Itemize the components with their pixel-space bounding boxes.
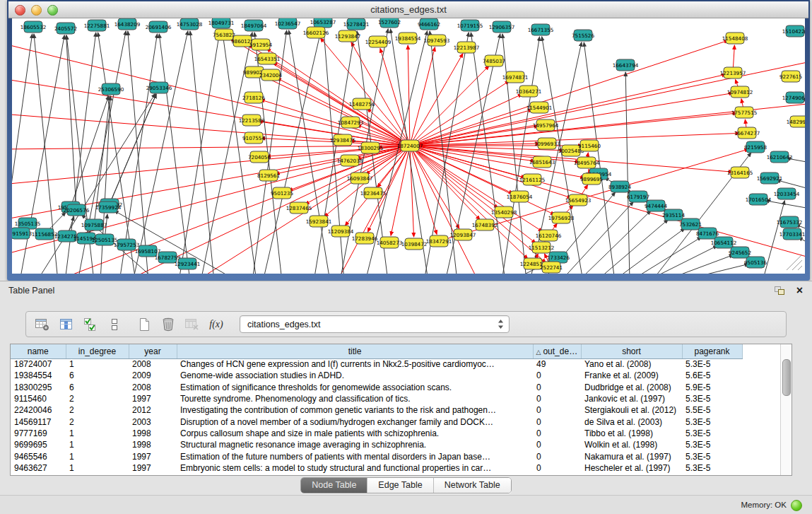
graph-node[interactable]: 9474444 <box>645 200 667 211</box>
graph-edge[interactable] <box>410 54 463 146</box>
close-panel-icon[interactable]: × <box>796 283 803 298</box>
table-cell[interactable]: 5.3E-5 <box>682 358 742 370</box>
graph-node[interactable]: 9107554 <box>242 132 265 144</box>
graph-edge[interactable] <box>110 94 156 204</box>
resize-grip-icon[interactable] <box>787 255 802 270</box>
table-cell[interactable]: 1 <box>66 439 129 450</box>
graph-node[interactable]: 16851643 <box>529 156 555 168</box>
graph-node[interactable]: 2718126 <box>242 92 265 103</box>
table-cell[interactable]: 0 <box>533 370 581 381</box>
graph-node[interactable]: 16120746 <box>536 230 562 241</box>
table-cell[interactable]: 6 <box>66 370 129 381</box>
delete-column-icon[interactable] <box>159 315 177 334</box>
graph-edge[interactable] <box>159 34 190 274</box>
table-cell[interactable]: 1997 <box>129 393 177 404</box>
graph-edge[interactable] <box>662 255 734 274</box>
graph-node[interactable]: 7532621 <box>679 218 702 230</box>
graph-edge[interactable] <box>613 228 685 274</box>
table-cell[interactable]: Estimation of the future numbers of pati… <box>177 450 533 462</box>
table-row[interactable]: 2242004622012Investigating the contribut… <box>11 404 742 416</box>
graph-node[interactable]: 18049731 <box>208 18 235 28</box>
table-cell[interactable]: Jankovic et al. (1997) <box>581 393 682 404</box>
graph-node[interactable]: 1527602 <box>378 18 401 28</box>
table-cell[interactable]: 2012 <box>129 404 177 416</box>
table-cell[interactable]: 5.3E-5 <box>682 416 742 427</box>
table-cell[interactable]: 0 <box>533 393 581 404</box>
table-cell[interactable]: 1998 <box>129 439 177 450</box>
graph-node[interactable]: 13540298 <box>491 206 517 218</box>
graph-node[interactable]: 12213987 <box>454 42 480 53</box>
graph-node[interactable]: 12923441 <box>175 258 201 269</box>
table-cell[interactable]: Changes of HCN gene expression and I(f) … <box>177 358 533 370</box>
table-row[interactable]: 977716911998Corpus callosum shape and si… <box>11 428 742 439</box>
graph-node[interactable]: 17577515 <box>731 107 758 118</box>
graph-node[interactable]: 14957964 <box>533 119 559 131</box>
graph-node[interactable]: 14762038 <box>337 155 363 166</box>
table-cell[interactable]: Estimation of significance thresholds fo… <box>177 382 533 393</box>
row-height-icon[interactable] <box>105 315 124 334</box>
table-cell[interactable]: Corpus callosum shape and size in male p… <box>177 428 533 439</box>
table-cell[interactable]: 5.9E-5 <box>682 382 742 393</box>
graph-node[interactable]: 20206576 <box>64 204 90 216</box>
graph-node[interactable]: 19756928 <box>548 212 575 223</box>
graph-node[interactable]: 3915913 <box>12 228 32 239</box>
graph-edge[interactable] <box>625 72 630 274</box>
graph-node[interactable]: 17016504 <box>746 194 772 205</box>
column-header-name[interactable]: name <box>11 344 66 358</box>
table-cell[interactable]: 18724007 <box>11 358 66 370</box>
table-cell[interactable]: Tourette syndrome. Phenomenology and cla… <box>177 393 533 404</box>
graph-node[interactable]: 10974593 <box>424 35 450 46</box>
graph-edge[interactable] <box>410 47 435 146</box>
table-cell[interactable]: 9699695 <box>11 439 66 450</box>
tab-edge-table[interactable]: Edge Table <box>367 478 433 493</box>
graph-node[interactable]: 11209384 <box>328 226 354 237</box>
graph-node[interactable]: 2522741 <box>540 262 563 273</box>
graph-node[interactable]: 25306590 <box>98 83 124 95</box>
graph-node[interactable]: 14829955 <box>787 116 805 127</box>
table-cell[interactable]: 2 <box>66 393 129 404</box>
graph-node[interactable]: 17283946 <box>352 233 378 244</box>
table-row[interactable]: 1456911722003Disruption of a novel membe… <box>11 416 742 427</box>
graph-node[interactable]: 12213957 <box>720 67 746 78</box>
table-cell[interactable]: 2003 <box>129 416 177 427</box>
graph-node[interactable]: 13164165 <box>727 167 753 178</box>
graph-node[interactable]: 10654112 <box>711 237 737 248</box>
table-cell[interactable]: Stergiakouli et al. (2012) <box>581 404 682 416</box>
table-row[interactable]: 1938455462009Genome-wide association stu… <box>11 370 742 381</box>
graph-node[interactable]: 10847293 <box>338 117 364 128</box>
graph-node[interactable]: 10398472 <box>401 238 428 250</box>
create-column-icon[interactable] <box>135 315 153 334</box>
graph-node[interactable]: 12837465 <box>286 202 312 214</box>
table-row[interactable]: 1872400712008Changes of HCN gene express… <box>11 358 742 370</box>
graph-node[interactable]: 17703341 <box>779 228 805 240</box>
column-header-title[interactable]: title <box>177 344 533 358</box>
graph-node[interactable]: 12749060 <box>782 92 805 103</box>
graph-node[interactable]: 10996937 <box>534 138 560 149</box>
graph-node[interactable]: 18236475 <box>360 187 387 199</box>
graph-node[interactable]: 10974812 <box>727 86 753 98</box>
graph-node[interactable]: 18724007 <box>397 140 423 151</box>
table-cell[interactable]: 0 <box>533 428 581 439</box>
graph-node[interactable]: 9899695 <box>580 173 603 185</box>
graph-node[interactable]: 12275881 <box>84 20 110 31</box>
graph-node[interactable]: 2935114 <box>662 209 685 221</box>
table-cell[interactable]: 0 <box>533 462 581 474</box>
graph-edge[interactable] <box>646 245 717 274</box>
graph-node[interactable]: 11548408 <box>722 33 748 44</box>
table-cell[interactable]: 2008 <box>129 358 177 370</box>
graph-node[interactable]: 10364271 <box>516 86 542 97</box>
float-panel-icon[interactable] <box>774 286 785 296</box>
graph-node[interactable]: 12161125 <box>519 174 546 185</box>
graph-node[interactable]: 9245652 <box>729 247 751 258</box>
graph-node[interactable]: 16671355 <box>528 24 554 35</box>
graph-node[interactable]: 19384554 <box>395 33 421 44</box>
table-row[interactable]: 946362711997Embryonic stem cells: a mode… <box>11 462 742 474</box>
graph-node[interactable]: 9466162 <box>418 18 440 30</box>
table-cell[interactable]: Nakamura et al. (1997) <box>581 450 682 462</box>
table-row[interactable]: 946554611997Estimation of the future num… <box>11 450 742 462</box>
table-cell[interactable]: 0 <box>533 404 581 416</box>
graph-edge[interactable] <box>273 62 410 146</box>
graph-node[interactable]: 16674277 <box>734 127 760 139</box>
table-cell[interactable]: 5.3E-5 <box>682 462 742 474</box>
table-cell[interactable]: 2 <box>66 416 129 427</box>
